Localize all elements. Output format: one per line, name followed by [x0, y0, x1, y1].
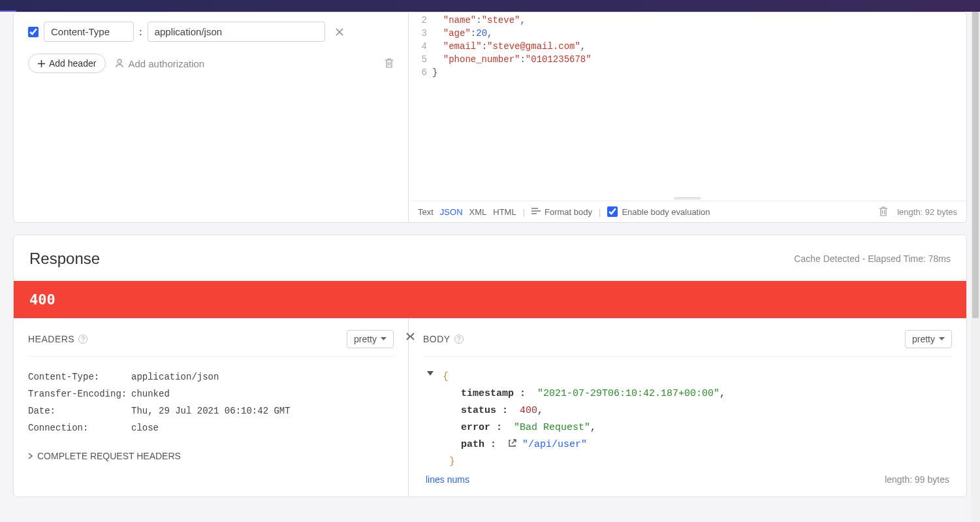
code-lines: "name":"steve", "age":20, "email":"steve… — [432, 12, 966, 190]
body-type-html[interactable]: HTML — [493, 207, 516, 217]
response-headers-table: Content-Type:application/jsonTransfer-En… — [28, 368, 394, 436]
response-json-viewer: { timestamp : "2021-07-29T06:10:42.187+0… — [423, 368, 952, 470]
header-value-input[interactable] — [148, 22, 325, 42]
caret-down-icon — [427, 371, 434, 376]
trash-icon — [879, 206, 888, 217]
headers-view-dropdown[interactable]: pretty — [347, 330, 394, 348]
response-status-bar: 400 — [14, 281, 966, 318]
pretty-label: pretty — [354, 334, 377, 344]
response-body-row: HEADERS ? pretty Content-Type:applicatio… — [14, 318, 966, 497]
plus-icon — [38, 60, 45, 67]
enable-eval-label: Enable body evaluation — [622, 207, 710, 217]
response-title: Response — [29, 250, 100, 268]
person-icon — [115, 59, 124, 68]
lines-nums-toggle[interactable]: lines nums — [426, 474, 469, 485]
response-header-row: Date:Thu, 29 Jul 2021 06:10:42 GMT — [28, 402, 394, 419]
response-body-length: length: 99 bytes — [885, 474, 949, 485]
format-icon — [531, 208, 541, 216]
body-type-json[interactable]: JSON — [440, 207, 463, 217]
body-type-xml[interactable]: XML — [469, 207, 487, 217]
response-header-row: Connection:close — [28, 419, 394, 436]
collapse-right-button[interactable] — [406, 333, 411, 340]
response-headers-col: HEADERS ? pretty Content-Type:applicatio… — [14, 318, 409, 497]
body-col-head: BODY ? pretty — [423, 330, 952, 357]
separator: | — [523, 207, 525, 217]
complete-headers-label: COMPLETE REQUEST HEADERS — [37, 451, 181, 461]
complete-request-headers-toggle[interactable]: COMPLETE REQUEST HEADERS — [28, 451, 394, 461]
clear-body-button[interactable] — [879, 206, 888, 217]
headers-title: HEADERS — [28, 334, 74, 344]
svg-point-0 — [118, 59, 121, 63]
separator: | — [599, 207, 601, 217]
body-title: BODY — [423, 334, 450, 344]
response-header-row: Content-Type:application/json — [28, 368, 394, 385]
request-headers-section: : Add header Add authorization — [14, 12, 409, 222]
enable-eval-checkbox[interactable] — [607, 206, 618, 217]
response-meta: Cache Detected - Elapsed Time: 78ms — [794, 253, 951, 264]
body-toolbar: Text JSON XML HTML | Format body | Enabl… — [409, 201, 966, 222]
pretty-label: pretty — [912, 334, 935, 344]
remove-header-button[interactable] — [330, 25, 349, 39]
clear-headers-button[interactable] — [385, 58, 394, 69]
format-body-label: Format body — [545, 207, 592, 217]
header-name-input[interactable] — [44, 22, 134, 42]
scrollbar[interactable] — [971, 12, 980, 497]
chevron-right-icon — [406, 333, 411, 340]
external-link-icon[interactable] — [508, 439, 516, 448]
add-header-label: Add header — [49, 58, 96, 69]
header-colon: : — [139, 27, 142, 37]
line-gutter: 23456 — [409, 12, 432, 190]
body-view-dropdown[interactable]: pretty — [905, 330, 952, 348]
body-type-text[interactable]: Text — [418, 207, 434, 217]
resp-path-link[interactable]: "/api/user" — [522, 439, 587, 450]
resp-status: 400 — [520, 405, 537, 416]
header-enabled-checkbox[interactable] — [28, 27, 39, 37]
response-body-col: BODY ? pretty { timestamp : "2021-07-29T… — [409, 318, 966, 497]
add-authorization-label: Add authorization — [128, 58, 204, 69]
request-panel: : Add header Add authorization 23456 "na… — [13, 12, 967, 223]
help-icon[interactable]: ? — [454, 334, 464, 344]
resp-timestamp: "2021-07-29T06:10:42.187+00:00" — [537, 388, 719, 399]
caret-down-icon — [939, 337, 945, 341]
body-length: length: 92 bytes — [897, 207, 957, 217]
response-header: Response Cache Detected - Elapsed Time: … — [14, 235, 966, 281]
collapse-json-button[interactable] — [427, 371, 434, 376]
headers-col-head: HEADERS ? pretty — [28, 330, 394, 357]
request-body-editor[interactable]: 23456 "name":"steve", "age":20, "email":… — [409, 12, 966, 195]
header-row: : — [28, 22, 394, 42]
chevron-right-icon — [28, 453, 33, 459]
response-header-row: Transfer-Encoding:chunked — [28, 385, 394, 402]
trash-icon — [385, 58, 394, 69]
format-body-button[interactable]: Format body — [531, 207, 592, 217]
status-code: 400 — [29, 291, 55, 308]
help-icon[interactable]: ? — [78, 334, 87, 344]
request-body-section: 23456 "name":"steve", "age":20, "email":… — [409, 12, 966, 222]
resp-error: "Bad Request" — [514, 422, 590, 433]
add-header-button[interactable]: Add header — [28, 54, 106, 73]
close-icon — [336, 28, 343, 36]
response-body-footer: lines nums length: 99 bytes — [423, 470, 952, 485]
enable-body-eval[interactable]: Enable body evaluation — [607, 206, 710, 217]
add-authorization-button[interactable]: Add authorization — [115, 58, 204, 69]
window-titlebar — [0, 0, 980, 12]
resize-handle[interactable] — [409, 195, 966, 201]
header-actions-row: Add header Add authorization — [28, 54, 394, 73]
caret-down-icon — [381, 337, 387, 341]
response-panel: Response Cache Detected - Elapsed Time: … — [13, 235, 967, 497]
